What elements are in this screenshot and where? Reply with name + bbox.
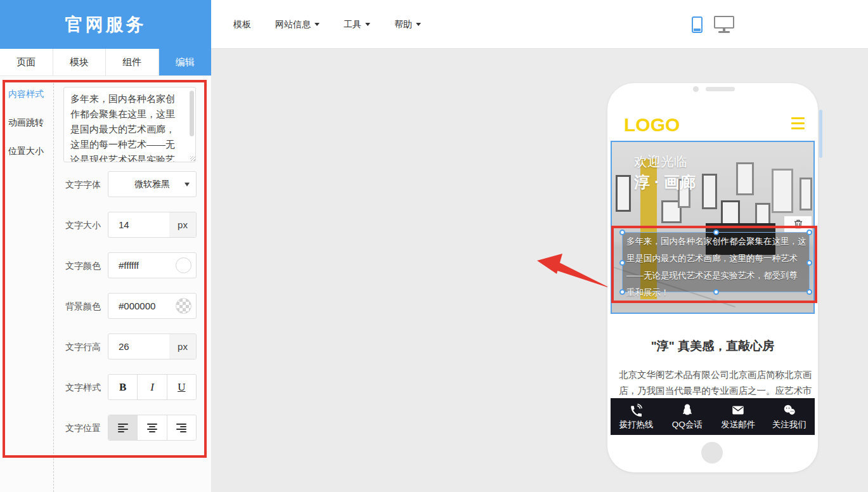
hero-image-block[interactable]: 欢迎光临 淳 · 画廊 多年来，国内各种名家创作都会聚集在这里，这 里是国内最大…: [611, 141, 815, 314]
picture-frame: [702, 174, 717, 209]
content-text-input[interactable]: 多年来，国内各种名家创作都会聚集在这里，这里是国内最大的艺术画廊，这里的每一种艺…: [63, 87, 196, 162]
underline-button[interactable]: U: [167, 375, 196, 399]
top-toolbar: 模板 网站信息 工具 帮助: [211, 0, 868, 49]
overlay-line: ——无论是现代艺术还是实验艺术，都受到尊: [623, 267, 809, 284]
bg-color-control: [108, 293, 197, 319]
resize-handle-se[interactable]: [806, 289, 812, 295]
font-size-unit: px: [169, 212, 196, 237]
chevron-down-icon: [314, 23, 320, 26]
tab-component[interactable]: 组件: [106, 49, 159, 75]
font-size-label: 文字大小: [65, 220, 106, 231]
monitor-base: [718, 31, 730, 33]
line-height-input[interactable]: [108, 334, 169, 359]
chevron-down-icon: [365, 23, 370, 26]
resize-handle-sw[interactable]: [619, 289, 625, 295]
section-content-style[interactable]: 内容样式: [8, 89, 44, 100]
device-preview-toggle: [692, 0, 734, 49]
menu-item-help[interactable]: 帮助: [394, 19, 421, 30]
qq-icon: [680, 403, 694, 417]
phone-mockup: LOGO 欢迎光临 淳 · 画廊 多年来，国内各种名家创作都会聚集在这里，这 里…: [607, 83, 818, 472]
menu-item-site-info[interactable]: 网站信息: [275, 19, 320, 30]
preview-section-heading: "淳" 真美感，直敲心房: [611, 338, 815, 354]
panel-divider: [53, 80, 54, 492]
textarea-scrollbar[interactable]: [190, 91, 194, 136]
line-height-label: 文字行高: [65, 342, 106, 353]
app-header: 官网服务: [0, 0, 211, 49]
site-logo: LOGO: [624, 114, 680, 136]
font-size-control: px: [108, 212, 197, 238]
paragraph-line: 北京文华阁艺术品有限公司北京画店简称北京画: [619, 367, 806, 383]
tab-edit[interactable]: 编辑: [159, 49, 212, 75]
font-size-input[interactable]: [108, 212, 169, 237]
hamburger-menu-icon[interactable]: [791, 117, 805, 133]
annotation-arrow: [534, 252, 614, 295]
align-right-button[interactable]: [167, 415, 196, 440]
align-center-icon: [147, 424, 157, 432]
nav-send-email[interactable]: 发送邮件: [713, 398, 764, 435]
sidebar-tabs: 页面 模块 组件 编辑: [0, 49, 211, 76]
phone-call-icon: [629, 403, 643, 417]
text-color-swatch[interactable]: [176, 257, 191, 273]
resize-handle-e[interactable]: [806, 260, 812, 266]
trash-icon: [794, 219, 803, 229]
textarea-resize-handle[interactable]: [190, 156, 195, 161]
bold-button[interactable]: B: [108, 375, 138, 399]
bg-color-label: 背景颜色: [65, 301, 106, 313]
monitor-screen: [714, 16, 734, 29]
resize-handle-w[interactable]: [619, 260, 625, 266]
selected-text-block[interactable]: 多年来，国内各种名家创作都会聚集在这里，这 里是国内最大的艺术画廊，这里的每一种…: [622, 232, 810, 292]
text-color-input[interactable]: [108, 253, 169, 278]
mobile-view-icon[interactable]: [692, 16, 703, 33]
resize-handle-n[interactable]: [713, 230, 719, 235]
section-animation-link[interactable]: 动画跳转: [8, 117, 44, 129]
preview-bottom-nav: 拨打热线 QQ会话 发送邮件 关注我们: [611, 398, 815, 435]
phone-home-button[interactable]: [701, 442, 723, 463]
line-height-control: px: [108, 333, 197, 359]
picture-frame: [772, 169, 793, 213]
tab-page[interactable]: 页面: [0, 49, 53, 75]
font-family-select[interactable]: 微软雅黑: [108, 171, 197, 197]
site-header-block[interactable]: LOGO: [611, 107, 815, 141]
chevron-down-icon: [185, 183, 190, 186]
tab-module[interactable]: 模块: [53, 49, 107, 75]
paragraph-line: 店，乃我国当代最早的专业画店之一。应艺术市: [619, 383, 806, 399]
text-color-control: [108, 252, 197, 278]
line-height-unit: px: [169, 334, 196, 359]
text-style-label: 文字样式: [65, 382, 106, 394]
phone-speaker: [706, 87, 735, 91]
app-title: 官网服务: [65, 13, 146, 37]
align-left-icon: [118, 424, 128, 432]
hero-welcome-text: 欢迎光临: [634, 153, 687, 171]
bg-color-input[interactable]: [108, 294, 169, 318]
phone-camera-dot: [693, 86, 699, 92]
picture-frame: [800, 178, 812, 210]
preview-section-paragraph: 北京文华阁艺术品有限公司北京画店简称北京画 店，乃我国当代最早的专业画店之一。应…: [619, 367, 806, 399]
font-family-label: 文字字体: [65, 179, 106, 191]
chevron-down-icon: [416, 23, 421, 26]
nav-qq-chat[interactable]: QQ会话: [662, 398, 713, 435]
text-align-group: [108, 415, 197, 441]
picture-frame: [736, 162, 754, 195]
preview-scrollbar[interactable]: [819, 110, 822, 158]
nav-follow-us[interactable]: 关注我们: [764, 398, 815, 435]
section-position-size[interactable]: 位置大小: [8, 146, 44, 157]
hero-brand-text: 淳 · 画廊: [634, 172, 696, 193]
resize-handle-ne[interactable]: [806, 230, 812, 235]
resize-handle-s[interactable]: [713, 289, 719, 295]
picture-frame: [616, 175, 631, 212]
resize-handle-nw[interactable]: [619, 230, 625, 235]
italic-button[interactable]: I: [138, 375, 167, 399]
text-style-group: B I U: [108, 374, 197, 400]
align-left-button[interactable]: [108, 415, 138, 440]
desktop-view-icon[interactable]: [714, 16, 734, 33]
align-right-icon: [176, 424, 186, 432]
menu-item-templates[interactable]: 模板: [233, 19, 251, 30]
edit-panel: 内容样式 动画跳转 位置大小 多年来，国内各种名家创作都会聚集在这里，这里是国内…: [0, 76, 211, 492]
mail-icon: [730, 403, 746, 417]
align-center-button[interactable]: [138, 415, 167, 440]
wechat-icon: [782, 403, 797, 417]
top-menu: 模板 网站信息 工具 帮助: [233, 0, 421, 49]
menu-item-tools[interactable]: 工具: [344, 19, 370, 30]
nav-call-hotline[interactable]: 拨打热线: [611, 398, 662, 435]
bg-color-swatch[interactable]: [176, 298, 191, 314]
